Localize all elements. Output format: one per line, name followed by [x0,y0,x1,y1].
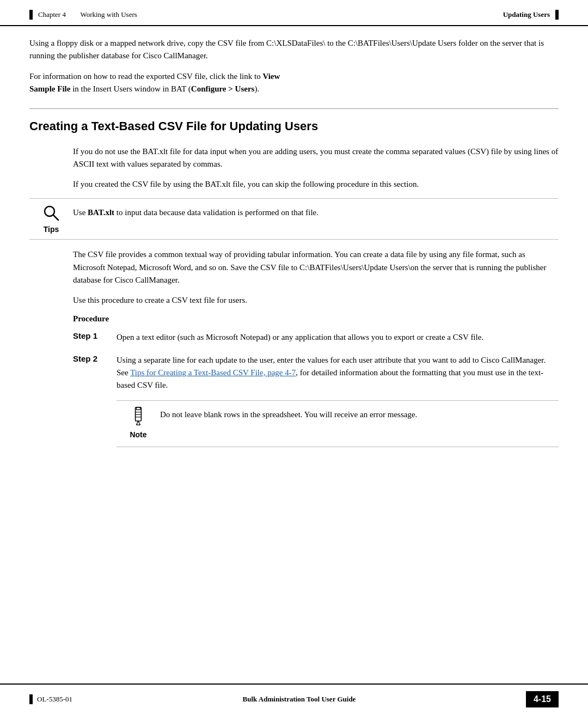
tips-icon-area: Tips [29,204,73,234]
intro-p2-bold1: View [262,72,280,81]
section-paragraph2: If you created the CSV file by using the… [73,178,559,191]
intro-p2-end: ). [254,84,259,93]
tips-text: Use BAT.xlt to input data because data v… [73,204,559,219]
footer-black-bar [29,694,33,704]
body-section-2: The CSV file provides a common textual w… [73,248,559,307]
intro-paragraph1: Using a floppy disk or a mapped network … [29,37,559,63]
note-box: Note Do not leave blank rows in the spre… [117,400,559,447]
page-header: Chapter 4 Working with Users Updating Us… [0,0,588,26]
section-body: If you do not use the BAT.xlt file for d… [29,145,559,191]
section-divider-top [29,108,559,109]
tips-text-pre: Use [73,208,88,217]
footer-guide-title: Bulk Administration Tool User Guide [243,695,356,703]
steps-section: Procedure Step 1 Open a text editor (suc… [73,314,559,453]
section-paragraph1: If you do not use the BAT.xlt file for d… [73,145,559,171]
magnify-icon [42,204,60,222]
step2-label: Step 2 [73,354,108,453]
svg-rect-3 [136,407,140,410]
intro-paragraph2: For information on how to read the expor… [29,70,559,96]
note-label: Note [130,429,146,441]
header-black-bar-left [29,10,33,20]
note-icon-area: Note [117,406,160,441]
step2-link[interactable]: Tips for Creating a Text-Based CSV File,… [130,368,296,377]
svg-line-1 [53,215,58,220]
intro-p2-pre: For information on how to read the expor… [29,72,262,81]
tips-text-post: to input data because data validation is… [114,208,318,217]
step2-row: Step 2 Using a separate line for each up… [73,354,559,453]
page-container: Chapter 4 Working with Users Updating Us… [0,0,588,714]
page-number-badge: 4-15 [526,691,559,707]
intro-p2-bold3: Configure > Users [191,84,255,93]
body-paragraph2: Use this procedure to create a CSV text … [73,294,559,307]
right-title: Updating Users [503,10,550,19]
tips-box: Tips Use BAT.xlt to input data because d… [29,198,559,240]
intro-p2-post: in the Insert Users window in BAT ( [70,84,191,93]
footer-right: 4-15 [526,691,559,707]
pencil-icon [130,406,147,426]
intro-section: Using a floppy disk or a mapped network … [29,37,559,95]
procedure-heading: Procedure [73,314,559,324]
step1-content: Open a text editor (such as Microsoft No… [117,331,559,344]
svg-line-4 [136,421,138,425]
header-right: Updating Users [503,10,559,20]
note-text: Do not leave blank rows in the spreadshe… [160,406,559,421]
section-heading: Creating a Text-Based CSV File for Updat… [29,119,559,135]
page-footer: OL-5385-01 Bulk Administration Tool User… [0,684,588,714]
body-paragraph1: The CSV file provides a common textual w… [73,248,559,286]
footer-center: Bulk Administration Tool User Guide [243,695,356,704]
footer-doc-id: OL-5385-01 [37,695,72,704]
main-content: Using a floppy disk or a mapped network … [0,26,588,473]
chapter-title: Working with Users [80,10,137,19]
intro-p2-bold2: Sample File [29,84,70,93]
header-left: Chapter 4 Working with Users [29,10,137,20]
tips-label: Tips [44,225,59,234]
header-black-bar-right [555,10,559,20]
footer-left: OL-5385-01 [29,694,72,704]
chapter-label: Chapter 4 [38,10,66,19]
svg-line-5 [138,421,140,425]
step1-label: Step 1 [73,331,108,344]
step2-content: Using a separate line for each update to… [117,354,559,453]
tips-text-bold: BAT.xlt [88,208,114,217]
step1-row: Step 1 Open a text editor (such as Micro… [73,331,559,344]
